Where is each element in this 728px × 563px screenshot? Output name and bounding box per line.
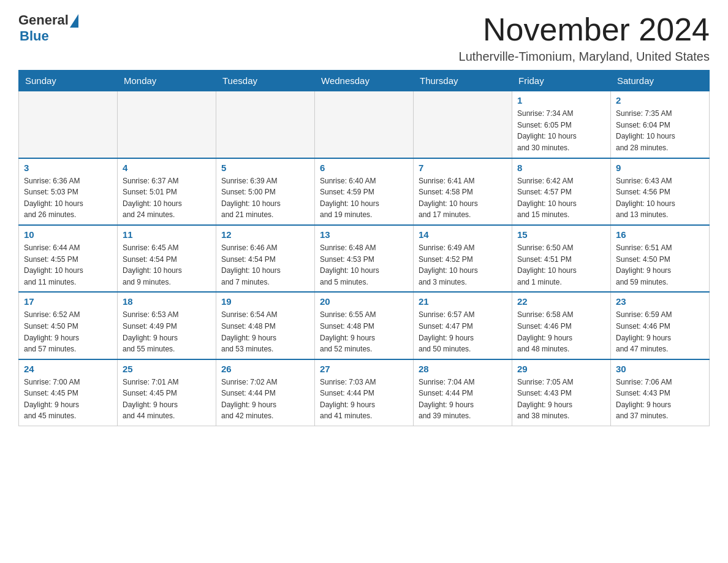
day-number: 2 — [616, 95, 704, 105]
day-info: Sunrise: 6:57 AM Sunset: 4:47 PM Dayligh… — [419, 309, 507, 354]
calendar-cell: 29Sunrise: 7:05 AM Sunset: 4:43 PM Dayli… — [512, 359, 611, 426]
day-info: Sunrise: 7:05 AM Sunset: 4:43 PM Dayligh… — [517, 377, 605, 422]
day-number: 30 — [616, 364, 704, 374]
day-info: Sunrise: 7:02 AM Sunset: 4:44 PM Dayligh… — [221, 377, 309, 422]
calendar-cell — [315, 91, 414, 158]
day-number: 13 — [320, 229, 408, 240]
day-number: 1 — [517, 95, 605, 105]
location-text: Lutherville-Timonium, Maryland, United S… — [459, 50, 710, 64]
title-section: November 2024 Lutherville-Timonium, Mary… — [459, 12, 710, 64]
day-number: 18 — [123, 296, 211, 307]
day-info: Sunrise: 7:34 AM Sunset: 6:05 PM Dayligh… — [517, 108, 605, 153]
logo-general-text: General — [18, 12, 69, 28]
calendar-cell — [118, 91, 216, 158]
day-number: 3 — [24, 163, 112, 173]
day-info: Sunrise: 6:49 AM Sunset: 4:52 PM Dayligh… — [419, 242, 507, 288]
calendar-cell: 2Sunrise: 7:35 AM Sunset: 6:04 PM Daylig… — [611, 91, 710, 158]
calendar-table: SundayMondayTuesdayWednesdayThursdayFrid… — [18, 70, 710, 426]
weekday-header-wednesday: Wednesday — [315, 71, 414, 91]
calendar-cell: 3Sunrise: 6:36 AM Sunset: 5:03 PM Daylig… — [19, 158, 118, 225]
calendar-cell: 14Sunrise: 6:49 AM Sunset: 4:52 PM Dayli… — [414, 225, 512, 292]
calendar-cell: 30Sunrise: 7:06 AM Sunset: 4:43 PM Dayli… — [611, 359, 710, 426]
day-info: Sunrise: 6:37 AM Sunset: 5:01 PM Dayligh… — [123, 175, 211, 221]
day-number: 12 — [221, 229, 309, 240]
day-info: Sunrise: 6:40 AM Sunset: 4:59 PM Dayligh… — [320, 175, 408, 221]
calendar-cell: 20Sunrise: 6:55 AM Sunset: 4:48 PM Dayli… — [315, 292, 414, 359]
calendar-cell: 10Sunrise: 6:44 AM Sunset: 4:55 PM Dayli… — [19, 225, 118, 292]
day-number: 16 — [616, 229, 704, 240]
day-info: Sunrise: 6:41 AM Sunset: 4:58 PM Dayligh… — [419, 175, 507, 221]
day-info: Sunrise: 7:01 AM Sunset: 4:45 PM Dayligh… — [123, 377, 211, 422]
calendar-cell: 6Sunrise: 6:40 AM Sunset: 4:59 PM Daylig… — [315, 158, 414, 225]
page-header: General Blue November 2024 Lutherville-T… — [18, 12, 710, 64]
day-number: 22 — [517, 296, 605, 307]
day-info: Sunrise: 6:58 AM Sunset: 4:46 PM Dayligh… — [517, 309, 605, 354]
day-info: Sunrise: 6:43 AM Sunset: 4:56 PM Dayligh… — [616, 175, 704, 221]
logo: General Blue — [18, 12, 78, 44]
day-info: Sunrise: 6:44 AM Sunset: 4:55 PM Dayligh… — [24, 242, 112, 288]
day-number: 6 — [320, 163, 408, 173]
day-number: 27 — [320, 364, 408, 374]
day-info: Sunrise: 7:04 AM Sunset: 4:44 PM Dayligh… — [419, 377, 507, 422]
day-number: 15 — [517, 229, 605, 240]
calendar-cell: 12Sunrise: 6:46 AM Sunset: 4:54 PM Dayli… — [216, 225, 315, 292]
calendar-cell: 25Sunrise: 7:01 AM Sunset: 4:45 PM Dayli… — [118, 359, 216, 426]
day-info: Sunrise: 6:55 AM Sunset: 4:48 PM Dayligh… — [320, 309, 408, 354]
logo-triangle-icon — [70, 14, 78, 28]
calendar-cell: 22Sunrise: 6:58 AM Sunset: 4:46 PM Dayli… — [512, 292, 611, 359]
calendar-cell — [216, 91, 315, 158]
day-number: 17 — [24, 296, 112, 307]
weekday-header-row: SundayMondayTuesdayWednesdayThursdayFrid… — [19, 71, 710, 91]
calendar-cell: 26Sunrise: 7:02 AM Sunset: 4:44 PM Dayli… — [216, 359, 315, 426]
day-number: 19 — [221, 296, 309, 307]
calendar-cell — [19, 91, 118, 158]
day-info: Sunrise: 6:46 AM Sunset: 4:54 PM Dayligh… — [221, 242, 309, 288]
day-info: Sunrise: 7:03 AM Sunset: 4:44 PM Dayligh… — [320, 377, 408, 422]
day-number: 21 — [419, 296, 507, 307]
calendar-cell: 24Sunrise: 7:00 AM Sunset: 4:45 PM Dayli… — [19, 359, 118, 426]
calendar-week-row-5: 24Sunrise: 7:00 AM Sunset: 4:45 PM Dayli… — [19, 359, 710, 426]
weekday-header-tuesday: Tuesday — [216, 71, 315, 91]
day-info: Sunrise: 6:39 AM Sunset: 5:00 PM Dayligh… — [221, 175, 309, 221]
calendar-cell: 18Sunrise: 6:53 AM Sunset: 4:49 PM Dayli… — [118, 292, 216, 359]
calendar-cell: 1Sunrise: 7:34 AM Sunset: 6:05 PM Daylig… — [512, 91, 611, 158]
day-number: 4 — [123, 163, 211, 173]
calendar-cell: 9Sunrise: 6:43 AM Sunset: 4:56 PM Daylig… — [611, 158, 710, 225]
day-number: 24 — [24, 364, 112, 374]
weekday-header-monday: Monday — [118, 71, 216, 91]
calendar-cell: 13Sunrise: 6:48 AM Sunset: 4:53 PM Dayli… — [315, 225, 414, 292]
day-info: Sunrise: 6:54 AM Sunset: 4:48 PM Dayligh… — [221, 309, 309, 354]
day-info: Sunrise: 6:45 AM Sunset: 4:54 PM Dayligh… — [123, 242, 211, 288]
day-number: 28 — [419, 364, 507, 374]
day-info: Sunrise: 7:00 AM Sunset: 4:45 PM Dayligh… — [24, 377, 112, 422]
day-number: 20 — [320, 296, 408, 307]
day-number: 9 — [616, 163, 704, 173]
weekday-header-friday: Friday — [512, 71, 611, 91]
calendar-cell: 15Sunrise: 6:50 AM Sunset: 4:51 PM Dayli… — [512, 225, 611, 292]
day-number: 29 — [517, 364, 605, 374]
calendar-week-row-2: 3Sunrise: 6:36 AM Sunset: 5:03 PM Daylig… — [19, 158, 710, 225]
calendar-cell: 5Sunrise: 6:39 AM Sunset: 5:00 PM Daylig… — [216, 158, 315, 225]
day-number: 14 — [419, 229, 507, 240]
day-info: Sunrise: 7:35 AM Sunset: 6:04 PM Dayligh… — [616, 108, 704, 153]
calendar-cell: 27Sunrise: 7:03 AM Sunset: 4:44 PM Dayli… — [315, 359, 414, 426]
day-info: Sunrise: 6:36 AM Sunset: 5:03 PM Dayligh… — [24, 175, 112, 221]
calendar-week-row-3: 10Sunrise: 6:44 AM Sunset: 4:55 PM Dayli… — [19, 225, 710, 292]
day-info: Sunrise: 6:48 AM Sunset: 4:53 PM Dayligh… — [320, 242, 408, 288]
day-number: 7 — [419, 163, 507, 173]
calendar-cell: 21Sunrise: 6:57 AM Sunset: 4:47 PM Dayli… — [414, 292, 512, 359]
day-info: Sunrise: 6:53 AM Sunset: 4:49 PM Dayligh… — [123, 309, 211, 354]
calendar-cell: 16Sunrise: 6:51 AM Sunset: 4:50 PM Dayli… — [611, 225, 710, 292]
day-info: Sunrise: 6:52 AM Sunset: 4:50 PM Dayligh… — [24, 309, 112, 354]
day-number: 10 — [24, 229, 112, 240]
calendar-cell: 17Sunrise: 6:52 AM Sunset: 4:50 PM Dayli… — [19, 292, 118, 359]
calendar-cell: 7Sunrise: 6:41 AM Sunset: 4:58 PM Daylig… — [414, 158, 512, 225]
logo-blue-text: Blue — [20, 28, 49, 44]
calendar-week-row-1: 1Sunrise: 7:34 AM Sunset: 6:05 PM Daylig… — [19, 91, 710, 158]
day-number: 8 — [517, 163, 605, 173]
calendar-cell: 4Sunrise: 6:37 AM Sunset: 5:01 PM Daylig… — [118, 158, 216, 225]
day-info: Sunrise: 7:06 AM Sunset: 4:43 PM Dayligh… — [616, 377, 704, 422]
day-number: 25 — [123, 364, 211, 374]
day-info: Sunrise: 6:59 AM Sunset: 4:46 PM Dayligh… — [616, 309, 704, 354]
day-info: Sunrise: 6:50 AM Sunset: 4:51 PM Dayligh… — [517, 242, 605, 288]
